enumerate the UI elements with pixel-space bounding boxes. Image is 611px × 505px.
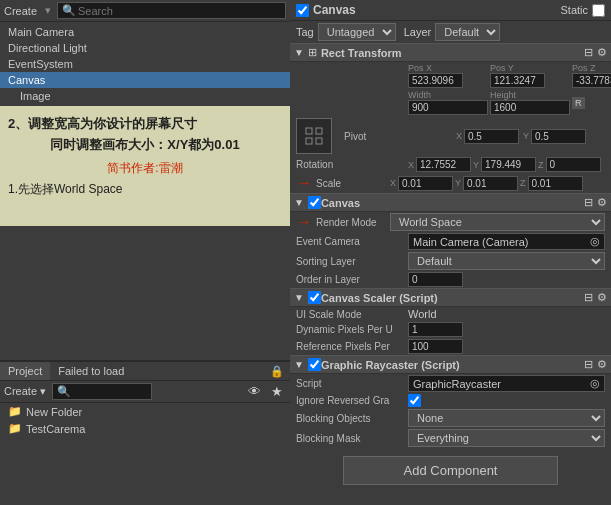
rot-x-input[interactable] [416, 157, 471, 172]
canvas-scaler-copy-btn[interactable]: ⊟ [584, 291, 593, 304]
pos-xyz-row: Pos X Pos Y Pos Z [290, 62, 611, 89]
folder-icon-2: 📁 [8, 422, 22, 435]
scale-z-input[interactable] [528, 176, 583, 191]
rot-y-input[interactable] [481, 157, 536, 172]
hierarchy-search-input[interactable] [78, 5, 281, 17]
pos-y-label: Pos Y [490, 63, 570, 73]
canvas-scaler-header: ▼ Canvas Scaler (Script) ⊟ ⚙ [290, 288, 611, 307]
project-toolbar: Create ▾ 🔍 👁 ★ [0, 381, 290, 403]
script-value[interactable]: GraphicRaycaster ◎ [408, 375, 605, 392]
pos-z-input[interactable] [572, 73, 611, 88]
project-toolbar-icons: 👁 ★ [245, 383, 286, 400]
svg-rect-2 [306, 138, 312, 144]
canvas-scaler-title: Canvas Scaler (Script) [321, 292, 584, 304]
folder-icon: 📁 [8, 405, 22, 418]
hierarchy-panel: Create ▾ 🔍 Main Camera Directional Light… [0, 0, 290, 360]
anchors-props: Pivot X Y [338, 128, 605, 145]
event-camera-select-icon: ◎ [590, 235, 600, 248]
star-icon[interactable]: ★ [268, 383, 286, 400]
add-component-row: Add Component [290, 448, 611, 493]
rect-transform-buttons: ⊟ ⚙ [584, 46, 607, 59]
event-camera-value[interactable]: Main Camera (Camera) ◎ [408, 233, 605, 250]
rot-z-input[interactable] [546, 157, 601, 172]
graphic-raycaster-arrow[interactable]: ▼ [294, 359, 304, 370]
eye-icon[interactable]: 👁 [245, 383, 264, 400]
tag-dropdown[interactable]: Untagged [318, 23, 396, 41]
canvas-scaler-settings-btn[interactable]: ⚙ [597, 291, 607, 304]
graphic-raycaster-settings-btn[interactable]: ⚙ [597, 358, 607, 371]
layer-dropdown[interactable]: Default [435, 23, 500, 41]
static-checkbox[interactable] [592, 4, 605, 17]
height-input[interactable] [490, 100, 570, 115]
canvas-settings-btn[interactable]: ⚙ [597, 196, 607, 209]
project-item-test-carema[interactable]: 📁 TestCarema [0, 420, 290, 437]
canvas-copy-btn[interactable]: ⊟ [584, 196, 593, 209]
rot-x-item: X [408, 157, 471, 172]
hierarchy-item-canvas[interactable]: Canvas [0, 72, 290, 88]
graphic-raycaster-checkbox[interactable] [308, 358, 321, 371]
render-mode-dropdown[interactable]: World Space [390, 213, 605, 231]
reference-pixels-input[interactable] [408, 339, 463, 354]
hierarchy-list: Main Camera Directional Light EventSyste… [0, 22, 290, 106]
rotation-label: Rotation [296, 159, 406, 170]
annotation-line1: 2、调整宽高为你设计的屏幕尺寸 [8, 114, 282, 135]
scale-y-input[interactable] [463, 176, 518, 191]
width-height-r-button[interactable]: R [572, 97, 585, 109]
hierarchy-item-main-camera[interactable]: Main Camera [0, 24, 290, 40]
pivot-x-input[interactable] [464, 129, 519, 144]
scale-xyz: X Y Z [390, 176, 583, 191]
hierarchy-item-event-system[interactable]: EventSystem [0, 56, 290, 72]
canvas-scaler-arrow[interactable]: ▼ [294, 292, 304, 303]
pos-x-input[interactable] [408, 73, 463, 88]
hierarchy-create-button[interactable]: Create [4, 5, 37, 17]
hierarchy-item-directional-light[interactable]: Directional Light [0, 40, 290, 56]
add-component-button[interactable]: Add Component [343, 456, 559, 485]
project-search-input[interactable] [73, 386, 147, 398]
layer-label: Layer [404, 26, 432, 38]
tag-layer-row: Tag Untagged Layer Default [290, 21, 611, 43]
event-camera-row: Event Camera Main Camera (Camera) ◎ [290, 232, 611, 251]
order-in-layer-label: Order in Layer [296, 274, 406, 285]
component-active-checkbox[interactable] [296, 4, 309, 17]
pos-x-label: Pos X [408, 63, 488, 73]
order-in-layer-input[interactable] [408, 272, 463, 287]
anchors-icon[interactable] [296, 118, 332, 154]
width-input[interactable] [408, 100, 488, 115]
graphic-raycaster-copy-btn[interactable]: ⊟ [584, 358, 593, 371]
project-item-new-folder[interactable]: 📁 New Folder [0, 403, 290, 420]
lock-icon: 🔒 [270, 365, 284, 378]
blocking-mask-dropdown[interactable]: Everything [408, 429, 605, 447]
ignore-reversed-checkbox[interactable] [408, 394, 421, 407]
ignore-reversed-label: Ignore Reversed Gra [296, 395, 406, 406]
pos-z-label: Pos Z [572, 63, 611, 73]
pivot-y-input[interactable] [531, 129, 586, 144]
rect-transform-copy-btn[interactable]: ⊟ [584, 46, 593, 59]
pivot-row: Pivot X Y [338, 128, 605, 145]
component-name: Canvas [313, 3, 556, 17]
scale-x-input[interactable] [398, 176, 453, 191]
tag-label: Tag [296, 26, 314, 38]
height-group: Height [490, 90, 570, 115]
canvas-arrow[interactable]: ▼ [294, 197, 304, 208]
rect-transform-title: Rect Transform [321, 47, 584, 59]
anchors-section: Pivot X Y [290, 116, 611, 156]
blocking-objects-dropdown[interactable]: None [408, 409, 605, 427]
width-group: Width [408, 90, 488, 115]
project-create-button[interactable]: Create ▾ [4, 385, 46, 398]
hierarchy-search-box: 🔍 [57, 2, 286, 19]
script-select-icon: ◎ [590, 377, 600, 390]
rect-transform-arrow[interactable]: ▼ [294, 47, 304, 58]
dynamic-pixels-input[interactable] [408, 322, 463, 337]
canvas-scaler-checkbox[interactable] [308, 291, 321, 304]
blocking-mask-label: Blocking Mask [296, 433, 406, 444]
canvas-active-checkbox[interactable] [308, 196, 321, 209]
project-panel: Project Failed to load 🔒 Create ▾ 🔍 👁 ★ [0, 360, 290, 505]
tab-project[interactable]: Project [0, 362, 50, 380]
event-camera-label: Event Camera [296, 236, 406, 247]
rect-transform-settings-btn[interactable]: ⚙ [597, 46, 607, 59]
tab-failed[interactable]: Failed to load [50, 362, 132, 380]
pos-y-input[interactable] [490, 73, 545, 88]
sorting-layer-dropdown[interactable]: Default [408, 252, 605, 270]
svg-rect-0 [306, 128, 312, 134]
hierarchy-item-image[interactable]: Image [0, 88, 290, 104]
